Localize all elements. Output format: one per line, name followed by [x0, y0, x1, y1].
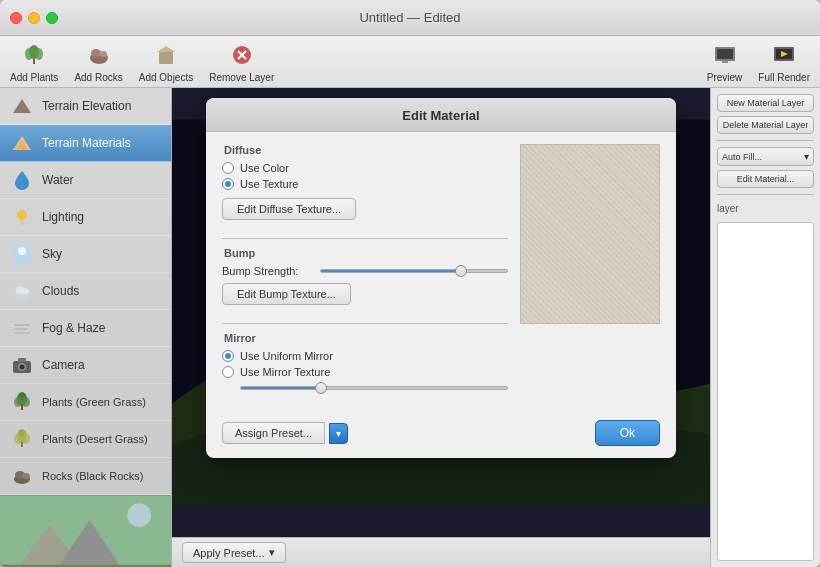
traffic-lights [10, 12, 58, 24]
svg-rect-29 [14, 332, 30, 334]
sidebar-item-clouds[interactable]: Clouds [0, 273, 171, 310]
svg-marker-8 [157, 46, 175, 52]
preview-icon [711, 41, 739, 69]
water-label: Water [42, 173, 74, 187]
bump-divider [222, 238, 508, 239]
bump-strength-label: Bump Strength: [222, 265, 312, 277]
mirror-radio-group: Use Uniform Mirror Use Mirror Texture [222, 350, 508, 378]
use-uniform-mirror-radio[interactable] [222, 350, 234, 362]
plants-desert-label: Plants (Desert Grass) [42, 433, 148, 445]
add-objects-label: Add Objects [139, 72, 193, 83]
svg-point-44 [22, 473, 30, 479]
sidebar-item-plants-green[interactable]: Plants (Green Grass) [0, 384, 171, 421]
sidebar-item-lighting[interactable]: Lighting [0, 199, 171, 236]
center-area: Apply Preset... ▾ Edit Material [172, 88, 710, 567]
plants-green-icon [10, 390, 34, 414]
auto-fill-select[interactable]: Auto Fill... ▾ [717, 147, 814, 166]
svg-point-6 [99, 51, 107, 57]
sky-icon [10, 242, 34, 266]
sidebar-item-water[interactable]: Water [0, 162, 171, 199]
clouds-icon [10, 279, 34, 303]
mirror-divider [222, 323, 508, 324]
lighting-icon [10, 205, 34, 229]
svg-rect-37 [21, 405, 23, 410]
add-rocks-button[interactable]: Add Rocks [74, 41, 122, 83]
layer-label: layer [717, 201, 814, 216]
sidebar: Terrain Elevation Terrain Materials [0, 88, 172, 567]
use-texture-label: Use Texture [240, 178, 299, 190]
svg-point-40 [22, 434, 30, 444]
delete-material-layer-button[interactable]: Delete Material Layer [717, 116, 814, 134]
new-material-layer-button[interactable]: New Material Layer [717, 94, 814, 112]
sidebar-item-sky[interactable]: Sky [0, 236, 171, 273]
svg-point-35 [14, 397, 22, 407]
add-rocks-icon [85, 41, 113, 69]
assign-preset-button[interactable]: Assign Preset... [222, 422, 325, 444]
svg-rect-7 [159, 52, 173, 64]
use-mirror-texture-radio[interactable] [222, 366, 234, 378]
auto-fill-chevron: ▾ [804, 151, 809, 162]
rocks-icon [10, 464, 34, 488]
sidebar-item-fog-haze[interactable]: Fog & Haze [0, 310, 171, 347]
svg-point-23 [18, 247, 26, 255]
diffuse-label: Diffuse [222, 144, 508, 156]
use-color-label: Use Color [240, 162, 289, 174]
svg-point-39 [14, 434, 22, 444]
sidebar-item-rocks[interactable]: Rocks (Black Rocks) [0, 458, 171, 495]
add-plants-button[interactable]: Add Plants [10, 41, 58, 83]
mirror-slider[interactable] [240, 386, 508, 390]
svg-marker-18 [13, 99, 31, 113]
main-content: Terrain Elevation Terrain Materials [0, 88, 820, 567]
right-panel: New Material Layer Delete Material Layer… [710, 88, 820, 567]
remove-layer-button[interactable]: Remove Layer [209, 41, 274, 83]
full-render-label: Full Render [758, 72, 810, 83]
dialog-body: Diffuse Use Color Use Texture [206, 132, 676, 412]
edit-bump-button[interactable]: Edit Bump Texture... [222, 283, 351, 305]
sky-label: Sky [42, 247, 62, 261]
rocks-label: Rocks (Black Rocks) [42, 470, 143, 482]
terrain-materials-label: Terrain Materials [42, 136, 131, 150]
add-objects-icon [152, 41, 180, 69]
edit-material-dialog: Edit Material Diffuse Use Col [206, 98, 676, 458]
panel-divider-2 [717, 194, 814, 195]
close-button[interactable] [10, 12, 22, 24]
mirror-section-label: Mirror [222, 332, 508, 344]
preview-button[interactable]: Preview [707, 41, 743, 83]
assign-preset-arrow-button[interactable]: ▾ [329, 423, 348, 444]
preview-label: Preview [707, 72, 743, 83]
ok-button[interactable]: Ok [595, 420, 660, 446]
bump-strength-row: Bump Strength: [222, 265, 508, 277]
bump-label: Bump [222, 247, 508, 259]
svg-point-1 [25, 48, 33, 60]
svg-point-49 [127, 503, 151, 527]
svg-point-26 [21, 288, 29, 294]
fog-icon [10, 316, 34, 340]
bump-slider[interactable] [320, 269, 508, 273]
remove-layer-icon [228, 41, 256, 69]
edit-material-button[interactable]: Edit Material... [717, 170, 814, 188]
auto-fill-label: Auto Fill... [722, 152, 762, 162]
use-color-radio[interactable] [222, 162, 234, 174]
add-rocks-label: Add Rocks [74, 72, 122, 83]
minimize-button[interactable] [28, 12, 40, 24]
svg-rect-28 [14, 328, 28, 330]
svg-rect-14 [722, 61, 728, 63]
sidebar-item-terrain-elevation[interactable]: Terrain Elevation [0, 88, 171, 125]
add-objects-button[interactable]: Add Objects [139, 41, 193, 83]
use-texture-row: Use Texture [222, 178, 508, 190]
fog-haze-label: Fog & Haze [42, 321, 105, 335]
full-render-button[interactable]: Full Render [758, 41, 810, 83]
dialog-form: Diffuse Use Color Use Texture [222, 144, 508, 400]
dialog-footer: Assign Preset... ▾ Ok [206, 412, 676, 458]
svg-rect-3 [33, 58, 35, 64]
add-plants-icon [20, 41, 48, 69]
maximize-button[interactable] [46, 12, 58, 24]
svg-point-2 [35, 48, 43, 60]
sidebar-item-terrain-materials[interactable]: Terrain Materials [0, 125, 171, 162]
use-texture-radio[interactable] [222, 178, 234, 190]
diffuse-radio-group: Use Color Use Texture [222, 162, 508, 190]
use-color-row: Use Color [222, 162, 508, 174]
sidebar-item-camera[interactable]: Camera [0, 347, 171, 384]
edit-diffuse-button[interactable]: Edit Diffuse Texture... [222, 198, 356, 220]
sidebar-item-plants-desert[interactable]: Plants (Desert Grass) [0, 421, 171, 458]
